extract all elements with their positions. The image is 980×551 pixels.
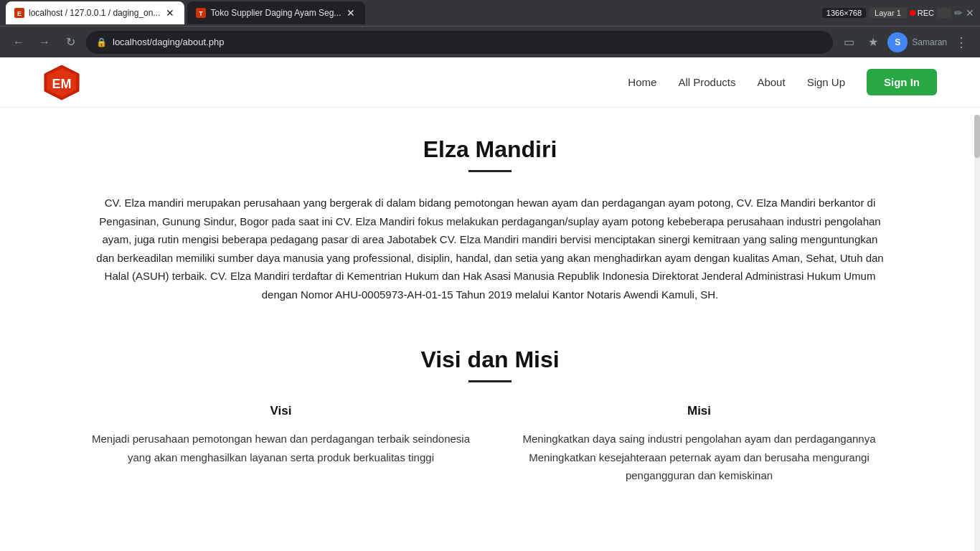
back-button[interactable]: ← — [9, 32, 29, 52]
address-bar[interactable]: 🔒 localhost/daging/about.php — [86, 31, 833, 54]
cast-button[interactable]: ▭ — [839, 32, 859, 52]
main-navigation: EM Home All Products About Sign Up Sign … — [0, 57, 980, 108]
svg-text:E: E — [17, 10, 22, 17]
pen-icon[interactable]: ✏ — [954, 7, 963, 19]
browser-tabs-bar: E localhost / 127.0.0.1 / daging_on... ✕… — [0, 0, 980, 26]
nav-links: Home All Products About Sign Up Sign In — [628, 69, 937, 95]
misi-title: Misi — [504, 404, 894, 418]
logo-area: EM — [43, 64, 80, 101]
visi-title: Visi — [86, 404, 476, 418]
browser-toolbar: ← → ↻ 🔒 localhost/daging/about.php ▭ ★ S… — [0, 26, 980, 57]
signin-button[interactable]: Sign In — [867, 69, 937, 95]
tab2-favicon: T — [196, 8, 206, 18]
lock-icon: 🔒 — [96, 37, 107, 47]
visi-text: Menjadi perusahaan pemotongan hewan dan … — [86, 430, 476, 466]
company-logo: EM — [43, 64, 80, 101]
menu-button[interactable]: ⋮ — [951, 32, 971, 52]
toolbar-right: ▭ ★ S Samaran ⋮ — [839, 32, 971, 52]
about-divider — [468, 170, 512, 172]
tab-title: localhost / 127.0.0.1 / daging_on... — [29, 8, 160, 18]
visi-misi-title: Visi dan Misi — [86, 347, 894, 373]
visi-block: Visi Menjadi perusahaan pemotongan hewan… — [86, 404, 476, 485]
nav-about-link[interactable]: About — [757, 73, 785, 91]
about-text: CV. Elza mandiri merupakan perusahaan ya… — [95, 194, 885, 303]
active-tab[interactable]: E localhost / 127.0.0.1 / daging_on... ✕ — [6, 1, 184, 24]
tab-close-button[interactable]: ✕ — [164, 6, 176, 20]
inactive-tab[interactable]: T Toko Supplier Daging Ayam Seg... ✕ — [187, 1, 365, 24]
nav-home-link[interactable]: Home — [628, 73, 656, 91]
tab2-title: Toko Supplier Daging Ayam Seg... — [210, 8, 341, 18]
visi-misi-divider — [468, 380, 512, 382]
visi-misi-grid: Visi Menjadi perusahaan pemotongan hewan… — [86, 404, 894, 485]
nav-allproducts-link[interactable]: All Products — [678, 73, 735, 91]
resolution-indicator: 980×551 — [822, 8, 866, 18]
username-label: Samaran — [912, 37, 947, 47]
window-control[interactable] — [937, 8, 951, 18]
forward-button[interactable]: → — [34, 32, 55, 52]
tab-favicon: E — [14, 8, 24, 18]
main-content: Elza Mandiri CV. Elza mandiri merupakan … — [0, 108, 980, 485]
nav-signup-link[interactable]: Sign Up — [807, 73, 845, 91]
visi-misi-section: Visi dan Misi Visi Menjadi perusahaan pe… — [86, 347, 894, 485]
scrollbar-thumb[interactable] — [974, 115, 980, 158]
layer-indicator: Layar 1 — [869, 8, 907, 18]
scrollbar[interactable] — [974, 115, 980, 551]
reload-button[interactable]: ↻ — [60, 32, 80, 52]
page-content: EM Home All Products About Sign Up Sign … — [0, 57, 980, 551]
tab2-close-button[interactable]: ✕ — [345, 6, 357, 20]
misi-text: Meningkatkan daya saing industri pengola… — [504, 430, 894, 485]
rec-indicator: REC — [910, 9, 934, 17]
about-title: Elza Mandiri — [86, 136, 894, 163]
svg-text:T: T — [199, 10, 204, 17]
svg-text:EM: EM — [52, 77, 72, 91]
user-avatar[interactable]: S — [887, 32, 908, 52]
close-window-button[interactable]: ✕ — [966, 7, 974, 19]
about-section: Elza Mandiri CV. Elza mandiri merupakan … — [86, 136, 894, 303]
misi-block: Misi Meningkatkan daya saing industri pe… — [504, 404, 894, 485]
url-text: localhost/daging/about.php — [113, 37, 224, 47]
bookmark-button[interactable]: ★ — [863, 32, 883, 52]
